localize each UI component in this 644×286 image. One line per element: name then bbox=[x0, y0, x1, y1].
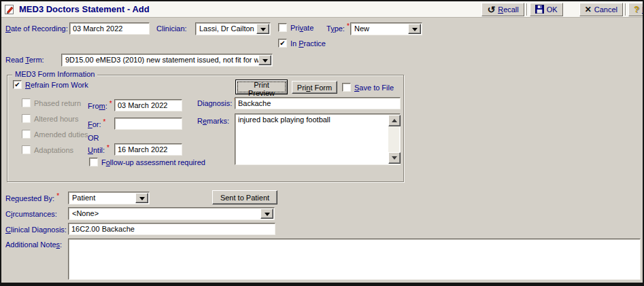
required-marker: * bbox=[56, 193, 59, 202]
or-label: OR bbox=[88, 134, 99, 142]
for-input[interactable] bbox=[114, 118, 182, 130]
altered-hours-checkbox bbox=[22, 114, 31, 123]
save-to-file-checkbox-label: Save to File bbox=[354, 84, 394, 92]
in-practice-checkbox-row: ✔ In Practice bbox=[278, 39, 326, 48]
requested-by-value: Patient bbox=[72, 194, 135, 202]
in-practice-checkbox-label: In Practice bbox=[290, 39, 326, 48]
edit-document-icon bbox=[4, 4, 15, 15]
toolbar-gap bbox=[563, 9, 579, 10]
from-label: From:* bbox=[88, 102, 112, 110]
refrain-from-work-checkbox-label: Refrain From Work bbox=[25, 81, 88, 89]
chevron-down-icon[interactable] bbox=[135, 193, 148, 203]
save-to-file-checkbox[interactable] bbox=[342, 83, 351, 92]
toolbar: ↺ Recall OK ✕ Cancel bbox=[481, 2, 644, 16]
chevron-down-icon[interactable] bbox=[408, 24, 421, 34]
circumstances-select[interactable]: <None> bbox=[68, 207, 275, 220]
diagnosis-input[interactable] bbox=[235, 97, 401, 109]
until-date-input[interactable] bbox=[114, 143, 182, 156]
phased-return-checkbox bbox=[22, 99, 31, 107]
chevron-down-icon[interactable] bbox=[256, 24, 269, 34]
med3-dialog-window: MED3 Doctors Statement - Add ↺ Recall OK bbox=[0, 0, 644, 286]
additional-notes-text bbox=[71, 240, 626, 278]
amended-duties-checkbox-row: Amended duties bbox=[22, 130, 88, 139]
diagnosis-label: Diagnosis:* bbox=[197, 99, 237, 107]
cancel-button[interactable]: ✕ Cancel bbox=[579, 3, 623, 16]
for-label: For:* bbox=[88, 120, 105, 128]
scroll-up-icon[interactable] bbox=[388, 115, 401, 126]
type-label: Type:* bbox=[326, 24, 350, 33]
print-preview-button[interactable]: Print Preview bbox=[235, 79, 288, 94]
circumstances-label: Circumstances: bbox=[5, 210, 57, 218]
close-icon: ✕ bbox=[585, 5, 592, 14]
date-of-recording-label: Date of Recording:* bbox=[5, 24, 73, 33]
type-select[interactable]: New bbox=[350, 22, 422, 35]
follow-up-assessment-checkbox-label: Follow-up assessment required bbox=[101, 158, 205, 166]
clinical-diagnosis-label: Clinical Diagnosis:* bbox=[5, 226, 71, 234]
altered-hours-checkbox-row: Altered hours bbox=[22, 114, 78, 123]
recall-icon: ↺ bbox=[487, 5, 495, 14]
adaptations-checkbox-label: Adaptations bbox=[34, 146, 73, 154]
help-icon: ? bbox=[634, 4, 639, 14]
amended-duties-checkbox-label: Amended duties bbox=[34, 130, 88, 139]
requested-by-select[interactable]: Patient bbox=[68, 192, 150, 204]
remarks-label: Remarks: bbox=[197, 117, 229, 125]
med3-form-information-group: MED3 Form Information ✔ Refrain From Wor… bbox=[7, 75, 404, 182]
date-of-recording-input[interactable] bbox=[69, 22, 150, 35]
phased-return-checkbox-label: Phased return bbox=[34, 99, 81, 107]
phased-return-checkbox-row: Phased return bbox=[22, 99, 81, 107]
private-checkbox[interactable] bbox=[278, 23, 287, 32]
recall-button[interactable]: ↺ Recall bbox=[481, 3, 524, 16]
clinical-diagnosis-input[interactable] bbox=[68, 223, 275, 235]
requested-by-label: Requested By:* bbox=[5, 194, 59, 202]
remarks-textarea[interactable]: injured back playing football bbox=[235, 113, 401, 165]
chevron-down-icon[interactable] bbox=[260, 209, 273, 219]
from-date-input[interactable] bbox=[114, 99, 182, 111]
sent-to-patient-button[interactable]: Sent to Patient bbox=[212, 190, 277, 204]
until-label: Until:* bbox=[88, 146, 109, 154]
private-checkbox-row: Private bbox=[278, 23, 313, 32]
required-marker: * bbox=[109, 101, 112, 110]
toolbar-separator bbox=[625, 3, 626, 16]
refrain-from-work-checkbox-row: ✔ Refrain From Work bbox=[13, 80, 88, 89]
clinician-label: Clinician: bbox=[156, 24, 187, 33]
required-marker: * bbox=[347, 23, 350, 33]
med3-form-information-title: MED3 Form Information bbox=[12, 70, 97, 78]
save-icon bbox=[535, 5, 544, 14]
altered-hours-checkbox-label: Altered hours bbox=[34, 115, 78, 123]
read-term-select[interactable]: 9D15.00 eMED3 (2010) new statement issue… bbox=[61, 54, 273, 67]
adaptations-checkbox-row: Adaptations bbox=[22, 145, 73, 154]
chevron-down-icon[interactable] bbox=[258, 55, 271, 65]
read-term-value: 9D15.00 eMED3 (2010) new statement issue… bbox=[65, 56, 258, 64]
toolbar-separator bbox=[526, 3, 528, 16]
required-marker: * bbox=[103, 119, 106, 128]
ok-button-label: OK bbox=[547, 5, 558, 14]
private-checkbox-label: Private bbox=[290, 24, 313, 32]
remarks-text: injured back playing football bbox=[238, 115, 386, 163]
print-form-button[interactable]: Print Form bbox=[292, 81, 337, 94]
in-practice-checkbox[interactable]: ✔ bbox=[278, 39, 287, 48]
cancel-button-label: Cancel bbox=[594, 5, 617, 14]
read-term-label: Read Term: bbox=[5, 56, 44, 64]
clinician-select[interactable]: Lassi, Dr Cailton bbox=[195, 22, 271, 35]
title-bar: MED3 Doctors Statement - Add ↺ Recall OK bbox=[1, 1, 643, 18]
additional-notes-label: Additional Notes: bbox=[5, 240, 62, 249]
help-button[interactable]: ? He bbox=[628, 3, 644, 16]
amended-duties-checkbox bbox=[22, 130, 31, 139]
follow-up-assessment-checkbox[interactable] bbox=[89, 158, 98, 166]
additional-notes-textarea[interactable] bbox=[68, 238, 641, 280]
refrain-from-work-checkbox[interactable]: ✔ bbox=[13, 80, 22, 89]
clinician-value: Lassi, Dr Cailton bbox=[199, 24, 256, 33]
save-to-file-checkbox-row: Save to File bbox=[342, 83, 394, 92]
type-value: New bbox=[354, 24, 408, 33]
remarks-scrollbar[interactable] bbox=[388, 115, 399, 164]
required-marker: * bbox=[107, 145, 109, 154]
ok-button[interactable]: OK bbox=[530, 3, 563, 16]
scroll-down-icon[interactable] bbox=[388, 152, 401, 164]
circumstances-value: <None> bbox=[72, 209, 260, 217]
dialog-title: MED3 Doctors Statement - Add bbox=[19, 4, 150, 14]
follow-up-checkbox-row: Follow-up assessment required bbox=[89, 158, 205, 166]
adaptations-checkbox bbox=[22, 145, 31, 154]
recall-button-label: Recall bbox=[498, 5, 519, 14]
